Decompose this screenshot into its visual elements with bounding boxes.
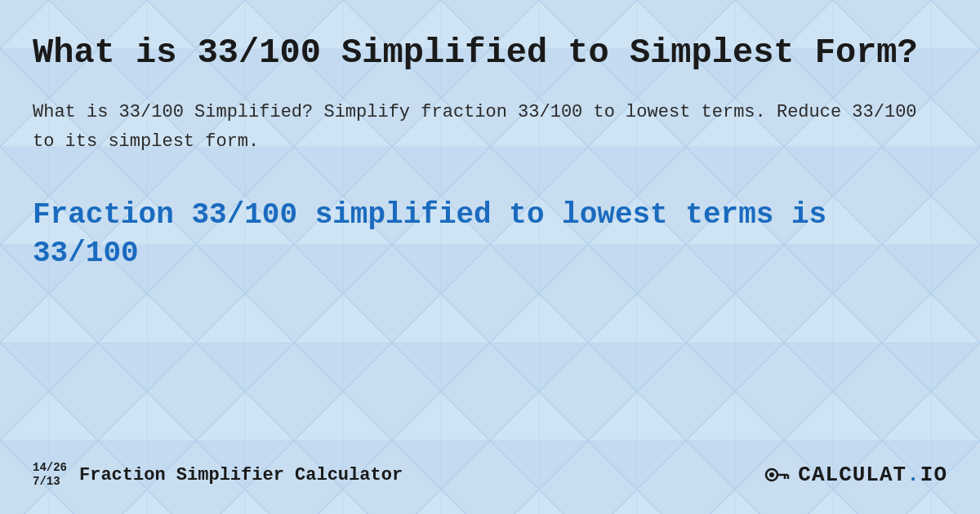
logo-dot: . <box>906 463 920 487</box>
result-text: Fraction 33/100 simplified to lowest ter… <box>33 197 947 273</box>
logo-text: CALCULAT.IO <box>798 463 947 487</box>
main-title: What is 33/100 Simplified to Simplest Fo… <box>33 33 947 73</box>
result-section: Fraction 33/100 simplified to lowest ter… <box>33 197 947 273</box>
description-text: What is 33/100 Simplified? Simplify frac… <box>33 98 947 155</box>
footer-fraction2: 7/13 <box>33 475 67 489</box>
footer-logo: CALCULAT.IO <box>762 460 947 490</box>
footer-fractions: 14/26 7/13 <box>33 461 67 489</box>
footer-fraction1: 14/26 <box>33 461 67 475</box>
svg-point-12 <box>769 472 774 477</box>
footer: 14/26 7/13 Fraction Simplifier Calculato… <box>33 460 947 490</box>
logo-icon <box>762 460 791 490</box>
footer-label: Fraction Simplifier Calculator <box>79 465 403 485</box>
